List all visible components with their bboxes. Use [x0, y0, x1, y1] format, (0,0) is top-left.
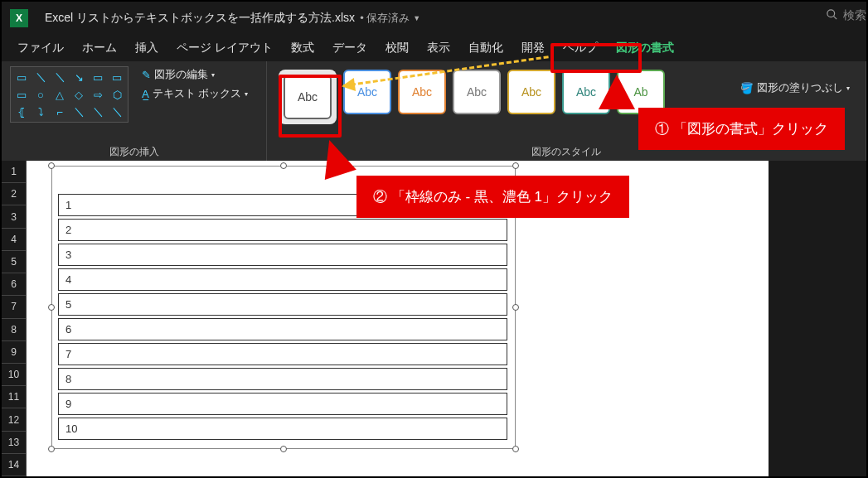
- chevron-down-icon: ▾: [245, 90, 248, 98]
- shape-rect-icon[interactable]: ▭: [89, 69, 107, 85]
- callout-1: ① 「図形の書式」クリック: [638, 108, 845, 150]
- shape-triangle-icon[interactable]: △: [51, 86, 69, 103]
- shape-line3-icon[interactable]: ＼: [70, 104, 88, 120]
- row-header[interactable]: 6: [2, 273, 27, 296]
- excel-icon: X: [10, 9, 28, 27]
- textbox-label: テキスト ボックス: [153, 87, 241, 101]
- textbox-shape[interactable]: 4: [58, 268, 507, 291]
- textbox-shape[interactable]: 2: [58, 219, 507, 241]
- row-header[interactable]: 10: [2, 364, 27, 386]
- shape-circle-icon[interactable]: ○: [32, 86, 50, 103]
- svg-line-1: [833, 16, 836, 19]
- tab-view[interactable]: 表示: [418, 36, 459, 60]
- svg-point-0: [827, 10, 835, 17]
- tab-data[interactable]: データ: [323, 36, 376, 60]
- tab-formulas[interactable]: 数式: [282, 36, 323, 60]
- row-header[interactable]: 5: [2, 251, 27, 273]
- edit-shape-icon: ✎: [142, 69, 151, 81]
- title-dropdown-icon[interactable]: ▼: [413, 14, 420, 22]
- shape-arrowr-icon[interactable]: ⇨: [89, 86, 107, 103]
- row-header[interactable]: 13: [2, 432, 27, 454]
- row-header[interactable]: 1: [2, 161, 27, 183]
- shape-line2-icon[interactable]: ＼: [51, 69, 69, 85]
- chevron-down-icon: ▾: [211, 71, 215, 79]
- row-header[interactable]: 14: [2, 454, 27, 476]
- tab-pagelayout[interactable]: ページ レイアウト: [167, 36, 282, 60]
- shape-rect2-icon[interactable]: ▭: [108, 69, 126, 85]
- row-header[interactable]: 4: [2, 229, 27, 251]
- tab-file[interactable]: ファイル: [8, 36, 73, 60]
- row-header[interactable]: 8: [2, 319, 27, 341]
- textbox-shape[interactable]: 6: [58, 318, 507, 340]
- textbox-shape[interactable]: 5: [58, 293, 507, 316]
- tab-review[interactable]: 校閲: [376, 36, 418, 60]
- save-status[interactable]: • 保存済み: [360, 11, 410, 26]
- shape-curve-icon[interactable]: ⤵: [32, 104, 50, 120]
- style-swatch-gray[interactable]: Abc: [453, 70, 501, 114]
- shape-line4-icon[interactable]: ＼: [89, 104, 107, 120]
- shape-line5-icon[interactable]: ＼: [108, 104, 126, 120]
- group-label-insert-shapes: 図形の挿入: [10, 145, 258, 159]
- shape-connector-icon[interactable]: ⌐: [51, 104, 69, 120]
- shape-arrow-icon[interactable]: ↘: [70, 69, 88, 85]
- row-headers: 1 2 3 4 5 6 7 8 9 10 11 12 13 14: [2, 161, 27, 476]
- tab-insert[interactable]: 挿入: [126, 36, 167, 60]
- tab-home[interactable]: ホーム: [73, 36, 126, 60]
- row-header[interactable]: 9: [2, 341, 27, 364]
- search-icon: [826, 8, 838, 23]
- ribbon-tabs: ファイル ホーム 挿入 ページ レイアウト 数式 データ 校閲 表示 自動化 開…: [2, 35, 866, 61]
- textbox-shape[interactable]: 8: [58, 368, 507, 390]
- shape-fill-label: 図形の塗りつぶし: [757, 81, 843, 95]
- row-header[interactable]: 7: [2, 296, 27, 318]
- paint-bucket-icon: 🪣: [740, 82, 754, 94]
- callout-pointer-1: [599, 75, 635, 109]
- callout-2: ② 「枠線のみ - 黒、濃色 1」クリック: [356, 176, 629, 218]
- document-title: Excel リストからテキストボックスを一括作成する方法.xlsx: [45, 11, 355, 26]
- shape-bracket-icon[interactable]: ⦃: [12, 104, 31, 120]
- textbox-shape[interactable]: 10: [58, 418, 507, 440]
- textbox-shape[interactable]: 3: [58, 244, 507, 266]
- shape-diamond-icon[interactable]: ◇: [70, 86, 88, 103]
- shape-hex-icon[interactable]: ⬡: [108, 86, 126, 103]
- style-swatch-gold[interactable]: Abc: [507, 70, 555, 114]
- textbox-button[interactable]: A̲ テキスト ボックス ▾: [138, 85, 251, 103]
- tab-automate[interactable]: 自動化: [459, 36, 512, 60]
- group-insert-shapes: ▭ ＼ ＼ ↘ ▭ ▭ ▭ ○ △ ◇ ⇨ ⬡ ⦃ ⤵ ⌐ ＼ ＼ ＼: [2, 61, 267, 161]
- row-header[interactable]: 2: [2, 183, 27, 205]
- chevron-down-icon: ▾: [846, 84, 850, 92]
- row-header[interactable]: 11: [2, 386, 27, 408]
- style-swatch-blue[interactable]: Abc: [343, 70, 391, 114]
- row-header[interactable]: 12: [2, 408, 27, 431]
- annotation-highlight-swatch: [279, 75, 342, 138]
- annotation-highlight-tab: [550, 43, 642, 73]
- textbox-shape[interactable]: 7: [58, 343, 507, 365]
- shape-fill-dropdown[interactable]: 🪣 図形の塗りつぶし ▾: [740, 81, 850, 95]
- shape-line-icon[interactable]: ＼: [32, 69, 50, 85]
- shape-gallery[interactable]: ▭ ＼ ＼ ↘ ▭ ▭ ▭ ○ △ ◇ ⇨ ⬡ ⦃ ⤵ ⌐ ＼ ＼ ＼: [10, 66, 129, 123]
- textbox-shape[interactable]: 9: [58, 393, 507, 415]
- search-box[interactable]: 検索: [826, 8, 866, 23]
- edit-shape-button[interactable]: ✎ 図形の編集 ▾: [138, 66, 251, 84]
- shape-textbox-icon[interactable]: ▭: [12, 69, 31, 85]
- textbox-icon: A̲: [142, 88, 149, 100]
- search-placeholder: 検索: [843, 8, 866, 23]
- row-header[interactable]: 3: [2, 205, 27, 228]
- shape-rect3-icon[interactable]: ▭: [12, 86, 31, 103]
- title-bar: X Excel リストからテキストボックスを一括作成する方法.xlsx • 保存…: [2, 2, 866, 35]
- edit-shape-label: 図形の編集: [154, 68, 208, 82]
